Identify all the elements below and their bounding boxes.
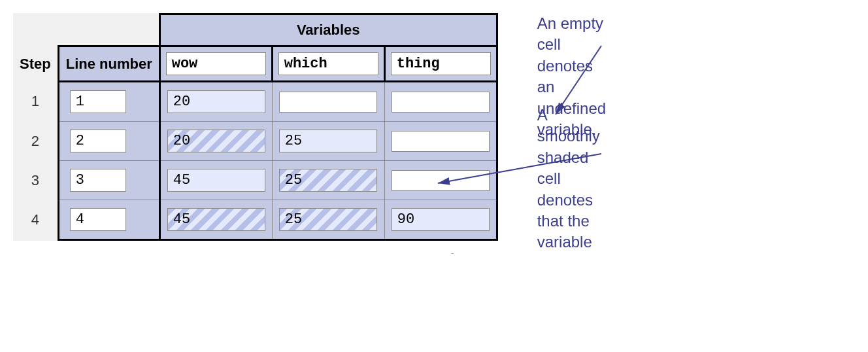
variable-cell: 25 bbox=[272, 161, 384, 200]
variable-value bbox=[279, 92, 377, 113]
table-row: 222025 bbox=[13, 122, 497, 161]
variable-value: 25 bbox=[279, 169, 377, 192]
step-value: 4 bbox=[13, 200, 58, 240]
variable-value: 90 bbox=[392, 208, 490, 231]
variable-cell: 90 bbox=[384, 200, 497, 240]
table-row: 44452590 bbox=[13, 200, 497, 240]
variable-cell bbox=[272, 82, 384, 122]
diagram-container: Variables Step Line number wow which thi… bbox=[13, 13, 855, 241]
table-row: 1120 bbox=[13, 82, 497, 122]
variable-cell bbox=[384, 82, 497, 122]
line-number-cell: 2 bbox=[58, 122, 159, 161]
line-number-header: Line number bbox=[58, 46, 159, 82]
var-header-label: which bbox=[278, 52, 378, 75]
trace-table: Variables Step Line number wow which thi… bbox=[13, 13, 498, 241]
var-header-thing: thing bbox=[384, 46, 497, 82]
line-number-value: 3 bbox=[70, 169, 126, 192]
line-number-value: 4 bbox=[70, 208, 126, 231]
variable-value: 20 bbox=[167, 130, 265, 152]
table-row: 334525 bbox=[13, 161, 497, 200]
line-number-value: 2 bbox=[70, 130, 126, 152]
variable-cell: 25 bbox=[272, 122, 384, 161]
variable-cell bbox=[384, 122, 497, 161]
variable-value: 25 bbox=[279, 130, 377, 152]
variable-value: 20 bbox=[167, 90, 265, 113]
variable-cell: 45 bbox=[159, 161, 272, 200]
trace-table-wrap: Variables Step Line number wow which thi… bbox=[13, 13, 498, 241]
variable-value bbox=[392, 92, 490, 113]
var-header-label: thing bbox=[391, 52, 491, 75]
annotation-smooth: A smoothly shaded cell denotes that the … bbox=[537, 105, 600, 254]
variable-cell: 20 bbox=[159, 122, 272, 161]
variable-cell: 20 bbox=[159, 82, 272, 122]
var-header-wow: wow bbox=[159, 46, 272, 82]
var-header-label: wow bbox=[166, 52, 266, 75]
line-header-spacer bbox=[58, 14, 159, 46]
variable-value: 25 bbox=[279, 208, 377, 231]
variable-cell: 25 bbox=[272, 200, 384, 240]
variable-value: 45 bbox=[167, 208, 265, 231]
step-value: 1 bbox=[13, 82, 58, 122]
step-header: Step bbox=[13, 46, 58, 82]
step-header-spacer bbox=[13, 14, 58, 46]
line-number-value: 1 bbox=[70, 90, 126, 113]
variables-header: Variables bbox=[159, 14, 497, 46]
step-value: 3 bbox=[13, 161, 58, 200]
line-number-cell: 1 bbox=[58, 82, 159, 122]
variable-value: 45 bbox=[167, 169, 265, 192]
step-value: 2 bbox=[13, 122, 58, 161]
variable-value bbox=[392, 131, 490, 152]
variable-cell bbox=[384, 161, 497, 200]
var-header-which: which bbox=[272, 46, 384, 82]
variable-cell: 45 bbox=[159, 200, 272, 240]
line-number-cell: 4 bbox=[58, 200, 159, 240]
line-number-cell: 3 bbox=[58, 161, 159, 200]
variable-value bbox=[392, 170, 490, 191]
